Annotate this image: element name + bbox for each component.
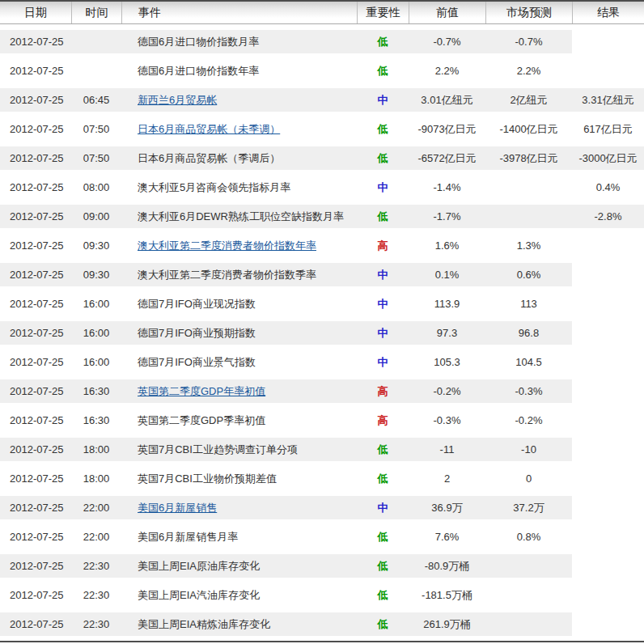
importance-badge: 低 [357, 59, 409, 83]
table-row: 2012-07-2506:45新西兰6月贸易帐中3.01亿纽元2亿纽元3.31亿… [0, 88, 644, 112]
cell-result [572, 525, 644, 549]
cell-previous: -6572亿日元 [409, 146, 485, 170]
cell-result: -3000亿日元 [572, 146, 644, 170]
cell-result [572, 554, 644, 578]
column-header-previous: 前值 [409, 2, 485, 23]
event-link[interactable]: 英国第二季度GDP年率初值 [138, 385, 265, 397]
cell-date: 2012-07-25 [0, 321, 71, 345]
importance-badge: 高 [357, 409, 409, 432]
cell-forecast [485, 583, 572, 607]
cell-time: 16:30 [71, 379, 121, 403]
table-body: 2012-07-25德国6月进口物价指数月率低-0.7%-0.7%2012-07… [0, 30, 644, 636]
column-header-forecast: 市场预测 [485, 2, 572, 23]
cell-forecast: 0.8% [485, 525, 572, 549]
cell-date: 2012-07-25 [0, 379, 71, 403]
column-header-event: 事件 [121, 2, 357, 23]
table-bottom-border [0, 641, 644, 642]
event-link[interactable]: 美国6月新屋销售 [138, 502, 217, 514]
cell-time: 22:00 [71, 525, 121, 549]
economic-calendar-page: 日期 时间 事件 重要性 前值 市场预测 结果 2012-07-25德国6月进口… [0, 0, 644, 642]
cell-time [71, 30, 121, 53]
cell-previous: 97.3 [409, 321, 485, 345]
cell-forecast: -0.3% [485, 379, 572, 403]
cell-date: 2012-07-25 [0, 612, 71, 636]
cell-forecast: -1400亿日元 [485, 117, 572, 141]
cell-event: 德国6月进口物价指数月率 [121, 30, 357, 53]
importance-badge: 低 [357, 30, 409, 53]
cell-previous: -0.3% [409, 409, 485, 432]
cell-event: 英国第二季度GDP年率初值 [121, 379, 357, 403]
cell-time: 18:00 [71, 438, 121, 461]
cell-time: 09:30 [71, 234, 121, 257]
cell-time: 16:00 [71, 321, 121, 345]
importance-badge: 低 [357, 467, 409, 490]
cell-forecast: 104.5 [485, 350, 572, 374]
importance-badge: 中 [357, 321, 409, 345]
importance-badge: 中 [357, 176, 409, 199]
cell-date: 2012-07-25 [0, 438, 71, 461]
cell-forecast: -0.2% [485, 409, 572, 432]
cell-date: 2012-07-25 [0, 496, 71, 519]
importance-badge: 低 [357, 117, 409, 141]
importance-badge: 低 [357, 525, 409, 549]
importance-badge: 高 [357, 234, 409, 257]
event-link[interactable]: 日本6月商品贸易帐（未季调） [138, 123, 280, 135]
cell-time: 06:45 [71, 88, 121, 112]
cell-event: 澳大利亚第二季度消费者物价指数季率 [121, 263, 357, 286]
event-link[interactable]: 新西兰6月贸易帐 [138, 94, 217, 106]
cell-event: 日本6月商品贸易帐（季调后） [121, 146, 357, 170]
column-header-time: 时间 [71, 2, 121, 23]
cell-result: 0.4% [572, 176, 644, 199]
cell-time: 16:00 [71, 292, 121, 316]
cell-time: 16:00 [71, 350, 121, 374]
cell-event: 美国上周EIA原油库存变化 [121, 554, 357, 578]
cell-forecast [485, 205, 572, 228]
cell-result [572, 379, 644, 403]
event-link[interactable]: 澳大利亚第二季度消费者物价指数年率 [138, 239, 316, 252]
importance-badge: 高 [357, 379, 409, 403]
cell-event: 新西兰6月贸易帐 [121, 88, 357, 112]
table-row: 2012-07-2509:30澳大利亚第二季度消费者物价指数季率中0.1%0.6… [0, 263, 644, 286]
table-row: 2012-07-2522:30美国上周EIA精炼油库存变化低261.9万桶 [0, 612, 644, 636]
cell-date: 2012-07-25 [0, 554, 71, 578]
cell-date: 2012-07-25 [0, 350, 71, 374]
cell-event: 美国6月新屋销售 [121, 496, 357, 519]
table-header: 日期 时间 事件 重要性 前值 市场预测 结果 [0, 0, 644, 24]
cell-result: 3.31亿纽元 [572, 88, 644, 112]
cell-result [572, 438, 644, 461]
cell-event: 澳大利亚第二季度消费者物价指数年率 [121, 234, 357, 257]
cell-result [572, 292, 644, 316]
column-header-result: 结果 [572, 2, 644, 23]
table-row: 2012-07-2516:00德国7月IFO商业景气指数中105.3104.5 [0, 350, 644, 374]
cell-previous: -1.4% [409, 176, 485, 199]
cell-date: 2012-07-25 [0, 59, 71, 83]
cell-time: 22:30 [71, 554, 121, 578]
importance-badge: 中 [357, 350, 409, 374]
cell-time: 07:50 [71, 146, 121, 170]
table-row: 2012-07-2522:30美国上周EIA原油库存变化低-80.9万桶 [0, 554, 644, 578]
cell-forecast [485, 176, 572, 199]
cell-result: 617亿日元 [572, 117, 644, 141]
cell-forecast: -3978亿日元 [485, 146, 572, 170]
cell-result: -2.8% [572, 205, 644, 228]
importance-badge: 中 [357, 496, 409, 519]
cell-result [572, 467, 644, 490]
cell-event: 澳大利亚5月咨商会领先指标月率 [121, 176, 357, 199]
cell-event: 英国7月CBI工业趋势调查订单分项 [121, 438, 357, 461]
cell-result [572, 496, 644, 519]
table-row: 2012-07-2516:30英国第二季度GDP年率初值高-0.2%-0.3% [0, 379, 644, 403]
cell-date: 2012-07-25 [0, 263, 71, 286]
cell-date: 2012-07-25 [0, 117, 71, 141]
cell-forecast: 0 [485, 467, 572, 490]
cell-forecast: 113 [485, 292, 572, 316]
cell-forecast: 2.2% [485, 59, 572, 83]
cell-forecast: 1.3% [485, 234, 572, 257]
cell-forecast: -10 [485, 438, 572, 461]
cell-time: 22:30 [71, 583, 121, 607]
cell-previous: 105.3 [409, 350, 485, 374]
cell-date: 2012-07-25 [0, 525, 71, 549]
table-row: 2012-07-2516:00德国7月IFO商业现况指数中113.9113 [0, 292, 644, 316]
cell-previous: -80.9万桶 [409, 554, 485, 578]
cell-date: 2012-07-25 [0, 234, 71, 257]
cell-previous: 113.9 [409, 292, 485, 316]
